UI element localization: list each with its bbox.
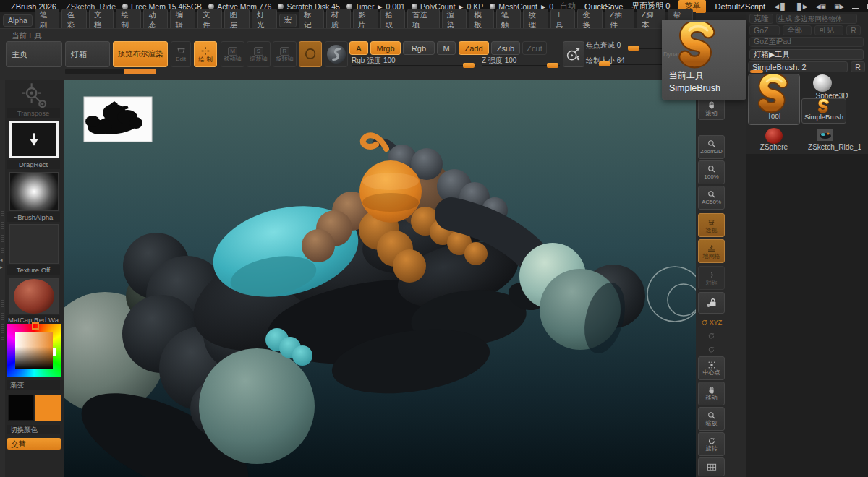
sculptris-blob-button[interactable] (299, 41, 322, 67)
hand-icon (707, 386, 717, 395)
z-intensity-handle[interactable] (547, 63, 558, 68)
edit-button[interactable]: Edit (171, 41, 191, 67)
switch-color-label[interactable]: 切换颜色 (7, 425, 60, 434)
stroke-dragrect-tile[interactable] (9, 121, 59, 158)
tray-expand-icon[interactable]: ▸ (0, 265, 3, 270)
zscript-button[interactable]: DefaultZScript (715, 2, 765, 11)
magnifier-icon (707, 411, 717, 420)
tool-item-sphere3d[interactable] (813, 74, 832, 92)
active-tool-tile[interactable]: Tool (748, 74, 800, 125)
scale-gizmo-button[interactable]: S 缩放轴 (247, 41, 271, 67)
brush-alpha-tile[interactable] (9, 172, 59, 211)
stroke-label: DragRect (7, 160, 60, 169)
rotate-xyz-button[interactable]: XYZ (698, 317, 725, 328)
hand-icon (707, 100, 717, 110)
zsub-button[interactable]: Zsub (491, 41, 520, 55)
lightbox-tool-button[interactable]: 灯箱▶工具 (749, 49, 864, 60)
focal-shift-handle[interactable] (628, 46, 639, 51)
lock-camera-button[interactable] (698, 292, 725, 314)
half-size-button[interactable]: AC50% (698, 186, 725, 210)
left-tray-scrollbar[interactable]: ◂ ▸ (0, 80, 5, 477)
goz-button[interactable]: GoZ (749, 25, 780, 35)
dock-palette-left-icon[interactable]: ◀▣ (816, 3, 825, 10)
goz-all-button[interactable]: 全部 (783, 25, 812, 35)
mrgb-button[interactable]: Mrgb (370, 41, 401, 55)
tray-collapse-icon[interactable]: ◂ (0, 257, 3, 263)
focal-shift-label: 焦点衰减 0 (586, 40, 621, 51)
rotate-gizmo-button[interactable]: R 旋转轴 (273, 41, 297, 67)
frame-center-button[interactable]: 中心点 (698, 356, 725, 380)
anchor-a-button[interactable]: A (349, 41, 368, 55)
magnifier-icon (707, 165, 717, 173)
transpose-label: Transpose (7, 108, 60, 118)
tool-item-simplebrush[interactable]: SimpleBrush (801, 98, 846, 124)
texture-tile[interactable] (9, 224, 59, 264)
zoom-view-button[interactable]: 缩放 (698, 407, 725, 431)
local-symmetry-button[interactable]: 对称 (698, 266, 725, 290)
goz-r-button[interactable]: R (846, 25, 861, 35)
rotate-z-icon (707, 345, 715, 353)
color-picker[interactable] (7, 324, 61, 377)
gradient-label[interactable]: 渐变 (7, 380, 60, 390)
draw-size-handle[interactable] (599, 61, 610, 66)
simplebrush-gold-icon (672, 22, 724, 71)
minimize-icon[interactable] (852, 3, 859, 9)
tool-item-zsketch-ride[interactable] (817, 129, 833, 141)
active-tool-slider[interactable]: SimpleBrush. 2 (748, 61, 848, 72)
perspective-button[interactable]: 透视 (698, 213, 725, 237)
rgb-button[interactable]: Rgb (403, 41, 435, 55)
transpose-icon[interactable] (16, 81, 52, 110)
rgb-intensity-handle[interactable] (463, 63, 475, 68)
secondary-color-swatch[interactable] (35, 395, 61, 421)
lightbox-size-slider[interactable] (65, 69, 156, 74)
zbrush-window: ZBrush 2026 ZSketch_Ride Free Mem 15.465… (0, 0, 868, 477)
restore-config-button[interactable]: R (851, 61, 865, 72)
tool-item-zsphere[interactable] (765, 128, 783, 144)
clone-button[interactable]: 克隆 (749, 14, 773, 24)
material-tile[interactable] (9, 278, 59, 314)
lightbox-button[interactable]: 灯箱 (65, 41, 110, 67)
actual-size-button[interactable]: 100% (698, 160, 725, 184)
floor-grid-button[interactable]: 地网格 (698, 239, 725, 263)
draw-button[interactable]: 绘 制 (194, 41, 217, 67)
alternate-button[interactable]: 交替 (7, 438, 61, 450)
perspective-grid-icon (706, 218, 717, 227)
move-view-button[interactable]: 移动 (698, 382, 725, 405)
grid-button[interactable] (698, 457, 725, 476)
goz-ipad-button[interactable]: GoZ至iPad (749, 37, 864, 47)
color-sv-square[interactable] (15, 332, 53, 369)
main-color-swatch[interactable] (8, 395, 34, 421)
zsketch-thumb-icon (817, 129, 833, 141)
preview-boolean-button[interactable]: 预览布尔渲染 (113, 41, 168, 67)
move-gizmo-button[interactable]: M 移动轴 (221, 41, 244, 67)
zcut-button[interactable]: Zcut (522, 41, 547, 55)
zoom2d-button[interactable]: Zoom2D (698, 135, 725, 159)
rotate-y-button[interactable] (698, 330, 725, 342)
menu-alpha[interactable]: Alpha (3, 14, 33, 27)
rotate-view-button[interactable]: 旋转 (698, 432, 725, 456)
divider-collapse-right-icon[interactable]: ▐▌▶ (795, 3, 807, 10)
menu-macro[interactable]: 宏 (279, 14, 297, 27)
lazy-stroke-button[interactable] (563, 41, 584, 67)
goz-visible-button[interactable]: 可见 (814, 25, 843, 35)
tool-item-label: ZSketch_Ride_1 (801, 143, 868, 151)
divider-collapse-left-icon[interactable]: ◀▐▌ (774, 3, 786, 10)
home-button[interactable]: 主页 (6, 41, 62, 67)
make-polymesh-button[interactable]: 生成 多边形网格物体 (776, 14, 857, 24)
sphere-s-icon (327, 45, 346, 64)
rgb-intensity-slider[interactable] (352, 65, 476, 66)
rotate-z-button[interactable] (698, 343, 725, 356)
hue-marker-icon[interactable] (32, 322, 39, 330)
m-button[interactable]: M (437, 41, 456, 55)
dock-palette-right-icon[interactable]: ▣▶ (834, 3, 843, 10)
document-canvas[interactable] (64, 80, 696, 477)
sv-marker-icon[interactable] (53, 348, 56, 356)
floor-grid-icon (706, 244, 717, 253)
material-sphere-button[interactable] (325, 41, 348, 67)
texture-label: Texture Off (7, 265, 60, 275)
lightbox-slider-fill (124, 69, 156, 74)
slider-handle[interactable] (750, 70, 763, 73)
status-dot-icon (278, 4, 284, 9)
zadd-button[interactable]: Zadd (459, 41, 489, 55)
drag-down-arrow-icon (25, 129, 43, 150)
